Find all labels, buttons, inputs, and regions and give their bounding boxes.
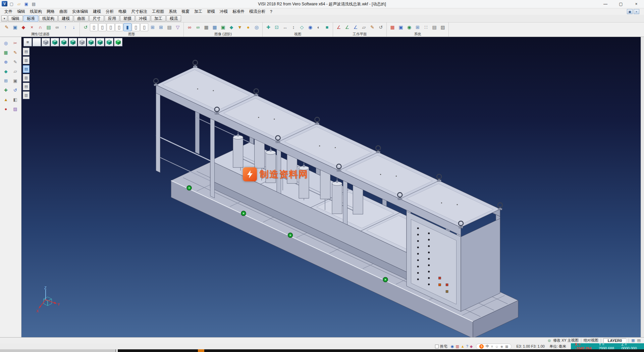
workplane-edit-icon[interactable]: ✎ bbox=[368, 23, 376, 31]
list-box-icon[interactable]: ▤ bbox=[165, 23, 173, 31]
menu-item-2[interactable]: 线架构 bbox=[28, 8, 44, 15]
ime-lang-indicator[interactable]: 中 bbox=[486, 344, 489, 349]
tab-8[interactable]: 冲模 bbox=[136, 15, 150, 21]
dock-panel-3[interactable]: ▤ bbox=[23, 65, 30, 73]
view-cube-right[interactable] bbox=[87, 38, 95, 46]
pan-icon[interactable]: ✚ bbox=[264, 23, 272, 31]
workplane-auto-icon[interactable]: ∠ bbox=[343, 23, 351, 31]
layer-filter-icon[interactable]: ▤ bbox=[45, 23, 53, 31]
workplane-face-icon[interactable]: ▱ bbox=[360, 23, 368, 31]
ime-keyboard-icon[interactable]: ▦ bbox=[505, 345, 508, 348]
record-tool-icon[interactable]: ● bbox=[2, 105, 10, 113]
viewport-canvas[interactable]: ≡ ▤▥▤▥▤▥ 制造资料网 bbox=[21, 37, 641, 337]
halfbox-tool-icon[interactable]: ◧ bbox=[11, 95, 19, 103]
triangle-tool-icon[interactable]: ▲ bbox=[2, 95, 10, 103]
color-grid-icon[interactable]: ▦ bbox=[388, 23, 396, 31]
copy-attributes-icon[interactable]: ▣ bbox=[11, 23, 19, 31]
ime-skin-icon[interactable]: ◈ bbox=[500, 345, 503, 348]
tab-2[interactable]: 线架构 bbox=[39, 15, 58, 21]
column-6-icon[interactable]: ▯ bbox=[140, 23, 148, 31]
minimize-button[interactable]: — bbox=[598, 0, 613, 8]
refresh-view-icon[interactable]: ↺ bbox=[82, 23, 90, 31]
hatch-tool-icon[interactable]: ▨ bbox=[11, 105, 19, 113]
menu-item-3[interactable]: 网格 bbox=[44, 8, 57, 15]
view-blank-button[interactable] bbox=[33, 38, 41, 46]
menu-item-16[interactable]: 标准件 bbox=[230, 8, 247, 15]
grid-table-icon[interactable]: ⊞ bbox=[149, 23, 157, 31]
glasses-green-icon[interactable]: ∞ bbox=[194, 23, 202, 31]
annotate-icon[interactable]: ✎ bbox=[11, 58, 19, 66]
view-cube-front[interactable] bbox=[60, 38, 68, 46]
save-icon[interactable]: ▣ bbox=[23, 1, 30, 7]
column-3-icon[interactable]: ▯ bbox=[107, 23, 115, 31]
sketch-tool-icon[interactable]: ✎ bbox=[11, 48, 19, 56]
menu-item-11[interactable]: 系统 bbox=[166, 8, 179, 15]
diamond-view-icon[interactable]: ◆ bbox=[227, 23, 235, 31]
iso-view-icon[interactable]: ■ bbox=[323, 23, 331, 31]
menu-item-17[interactable]: 模流分析 bbox=[247, 8, 268, 15]
menu-item-4[interactable]: 曲面 bbox=[57, 8, 70, 15]
chain-select-icon[interactable]: ∞ bbox=[53, 23, 61, 31]
ime-menu-icon[interactable]: ≡ bbox=[491, 345, 493, 348]
tab-3[interactable]: 建模 bbox=[58, 15, 73, 21]
magnet-icon[interactable]: ∩ bbox=[36, 23, 44, 31]
view-cube-top[interactable] bbox=[96, 38, 104, 46]
dock-panel-4[interactable]: ▥ bbox=[23, 74, 30, 82]
workplane-3pt-icon[interactable]: ∠ bbox=[352, 23, 360, 31]
menu-item-9[interactable]: 尺寸标注 bbox=[129, 8, 150, 15]
mdi-restore-button[interactable]: ▣ bbox=[627, 9, 633, 14]
tab-5[interactable]: 尺寸 bbox=[89, 15, 104, 21]
tab-0[interactable]: 编辑 bbox=[8, 15, 23, 21]
filter-diamond-icon[interactable]: ◆ bbox=[19, 23, 28, 31]
plane-tool-icon[interactable]: ▱ bbox=[11, 67, 19, 75]
column-5-icon[interactable]: ▯ bbox=[132, 23, 140, 31]
view-cube-left[interactable] bbox=[78, 38, 86, 46]
column-4-icon[interactable]: ▯ bbox=[115, 23, 123, 31]
zoom-window-icon[interactable]: ⊡ bbox=[273, 23, 281, 31]
mdi-close-button[interactable]: × bbox=[634, 9, 639, 14]
menu-item-10[interactable]: 工程图 bbox=[150, 8, 166, 15]
status-book-icon[interactable]: ▥ bbox=[455, 344, 459, 349]
dock-panel-5[interactable]: ▤ bbox=[23, 83, 30, 90]
tab-1[interactable]: 标准 bbox=[23, 15, 38, 21]
menu-item-15[interactable]: 冲模 bbox=[217, 8, 230, 15]
tab-9[interactable]: 加工 bbox=[151, 15, 166, 21]
magnify-icon[interactable]: ◎ bbox=[253, 23, 261, 31]
flask-icon[interactable]: ▽ bbox=[174, 23, 182, 31]
ime-sogou-logo[interactable]: S bbox=[479, 344, 484, 349]
panel-tool-icon[interactable]: ▣ bbox=[11, 77, 19, 85]
status-globe-icon[interactable]: ◉ bbox=[451, 344, 454, 349]
bulb-icon[interactable]: ● bbox=[244, 23, 252, 31]
monitor-icon[interactable]: ▣ bbox=[397, 23, 405, 31]
print-icon[interactable]: ▤ bbox=[31, 1, 37, 7]
menu-item-1[interactable]: 编辑 bbox=[15, 8, 28, 15]
right-dock-strip[interactable] bbox=[641, 37, 644, 337]
taskbar-app-button[interactable] bbox=[198, 349, 204, 352]
open-file-icon[interactable]: ▱ bbox=[16, 1, 22, 7]
tab-10[interactable]: 模流 bbox=[166, 15, 181, 21]
view-cube-back[interactable] bbox=[69, 38, 77, 46]
render-photo-icon[interactable]: ▣ bbox=[219, 23, 227, 31]
layers-icon[interactable]: ▤ bbox=[430, 23, 438, 31]
previous-view-icon[interactable]: ◇ bbox=[298, 23, 306, 31]
zoom-tool-icon[interactable]: ◎ bbox=[2, 39, 10, 47]
tab-dropdown-button[interactable]: ▾ bbox=[1, 15, 7, 21]
dock-panel-2[interactable]: ▥ bbox=[23, 56, 30, 64]
tab-6[interactable]: 应用 bbox=[105, 15, 119, 21]
dim-vertical-icon[interactable]: ↕ bbox=[289, 23, 298, 31]
menu-item-8[interactable]: 电极 bbox=[116, 8, 129, 15]
gauge-icon[interactable]: ◐ bbox=[315, 23, 323, 31]
snap-diamond-icon[interactable]: ◆ bbox=[2, 67, 10, 75]
glasses-red-icon[interactable]: ∞ bbox=[185, 23, 194, 31]
menu-item-0[interactable]: 文件 bbox=[2, 8, 15, 15]
view-cube-active[interactable] bbox=[114, 38, 122, 46]
status-pin-icon[interactable]: ◆ bbox=[470, 344, 473, 349]
lock-checkbox[interactable] bbox=[435, 345, 439, 348]
app-icon[interactable]: V bbox=[2, 1, 7, 6]
menu-item-6[interactable]: 建模 bbox=[91, 8, 103, 15]
globe-gear-icon[interactable]: ◉ bbox=[405, 23, 413, 31]
menu-item-7[interactable]: 分析 bbox=[103, 8, 116, 15]
view-cube-gray[interactable] bbox=[42, 38, 50, 46]
grid-table-2-icon[interactable]: ⊞ bbox=[157, 23, 165, 31]
column-1-icon[interactable]: ▯ bbox=[90, 23, 98, 31]
